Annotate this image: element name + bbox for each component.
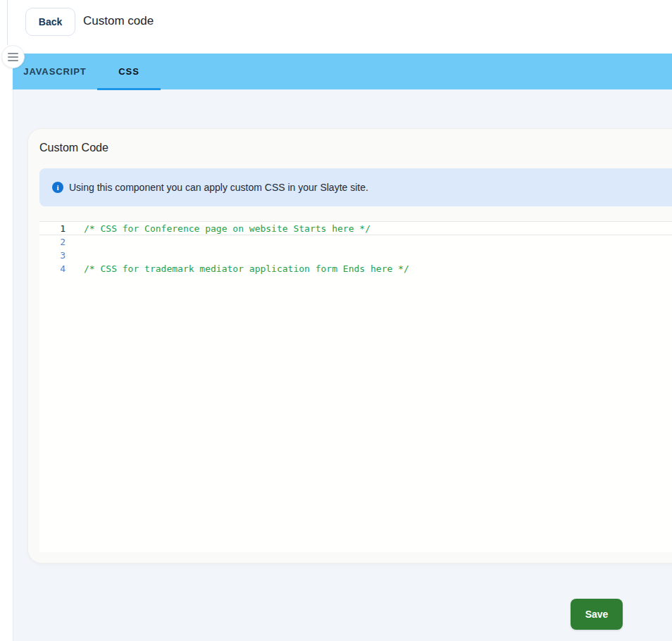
info-icon: i: [52, 182, 63, 193]
back-button[interactable]: Back: [25, 8, 75, 36]
tab-css-label: CSS: [118, 66, 139, 77]
tab-bar: JAVASCRIPT CSS: [13, 54, 672, 89]
code-line[interactable]: 1 /* CSS for Conference page on website …: [39, 222, 672, 235]
tab-css[interactable]: CSS: [97, 54, 161, 89]
save-button[interactable]: Save: [571, 599, 623, 630]
custom-code-card: Custom Code i Using this component you c…: [27, 128, 672, 564]
line-number: 1: [39, 222, 66, 235]
code-line[interactable]: 3: [39, 249, 672, 262]
code-line[interactable]: 2: [39, 235, 672, 249]
page-title: Custom code: [83, 14, 154, 28]
tab-javascript-label: JAVASCRIPT: [23, 66, 86, 77]
tab-javascript[interactable]: JAVASCRIPT: [13, 54, 97, 89]
code-text: /* CSS for trademark mediator applicatio…: [66, 262, 409, 275]
line-number: 3: [39, 249, 66, 262]
info-banner-text: Using this component you can apply custo…: [69, 182, 368, 193]
line-number: 2: [39, 235, 66, 249]
line-number: 4: [39, 262, 66, 275]
sidebar-toggle-button[interactable]: [1, 45, 25, 68]
code-text: /* CSS for Conference page on website St…: [66, 222, 371, 235]
content-panel: Custom Code i Using this component you c…: [13, 89, 672, 641]
code-editor[interactable]: 1 /* CSS for Conference page on website …: [39, 221, 672, 552]
hamburger-icon: [8, 53, 18, 61]
card-title: Custom Code: [39, 142, 108, 154]
info-banner: i Using this component you can apply cus…: [39, 168, 672, 206]
code-text: [66, 249, 84, 262]
code-text: [66, 235, 84, 249]
screen: Back Custom code JAVASCRIPT CSS Custom C…: [0, 0, 672, 641]
code-line[interactable]: 4 /* CSS for trademark mediator applicat…: [39, 262, 672, 275]
active-tab-indicator: [97, 88, 161, 90]
vertical-divider: [7, 0, 8, 45]
